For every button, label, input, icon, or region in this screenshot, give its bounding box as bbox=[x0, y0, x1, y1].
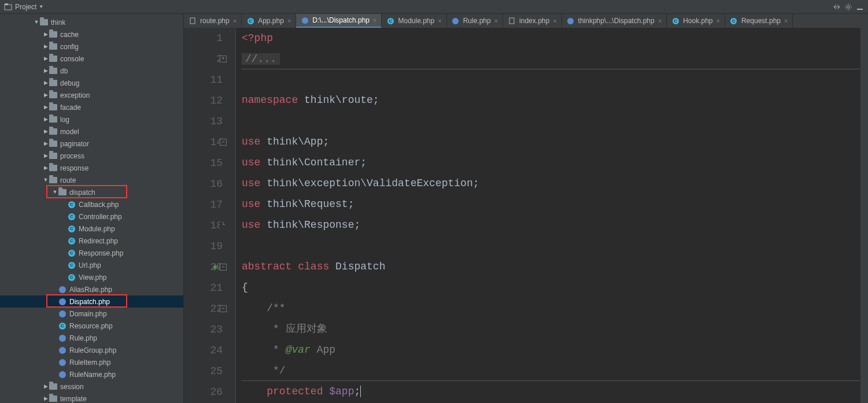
tree-file[interactable]: Url.php bbox=[0, 259, 183, 271]
code-line[interactable]: use think\App; bbox=[242, 131, 860, 152]
line-number[interactable]: 14− bbox=[184, 132, 223, 153]
editor-tab[interactable]: index.php× bbox=[503, 14, 562, 28]
run-gutter-icon[interactable]: ◉↓ bbox=[213, 257, 221, 278]
line-number[interactable]: 21 bbox=[184, 278, 223, 298]
code-line[interactable] bbox=[242, 69, 860, 90]
collapse-arrow-icon[interactable]: ▶ bbox=[43, 80, 49, 86]
tree-file[interactable]: RuleGroup.php bbox=[0, 344, 183, 356]
code-line[interactable]: use think\Container; bbox=[242, 152, 860, 173]
line-number[interactable]: 26 bbox=[184, 382, 223, 402]
line-number[interactable]: 23 bbox=[184, 319, 223, 340]
line-number[interactable]: 17 bbox=[184, 194, 223, 215]
tree-folder[interactable]: ▼dispatch bbox=[0, 186, 183, 198]
line-number[interactable]: 19 bbox=[184, 236, 223, 257]
collapse-arrow-icon[interactable]: ▶ bbox=[43, 44, 49, 49]
editor-tab[interactable]: Hook.php× bbox=[667, 14, 725, 28]
line-number[interactable]: 16 bbox=[184, 173, 223, 194]
close-icon[interactable]: × bbox=[438, 17, 441, 24]
line-number[interactable]: 13 bbox=[184, 111, 223, 132]
code-editor[interactable]: <?php//...namespace think\route;use thin… bbox=[236, 28, 860, 403]
tree-file[interactable]: Module.php bbox=[0, 223, 183, 235]
tree-folder[interactable]: ▶config bbox=[0, 40, 183, 53]
tree-file[interactable]: Rule.php bbox=[0, 332, 183, 344]
tree-folder[interactable]: ▶model bbox=[0, 125, 183, 138]
collapse-arrow-icon[interactable]: ▶ bbox=[43, 153, 49, 158]
line-number[interactable]: 24 bbox=[184, 340, 223, 361]
tree-folder[interactable]: ▼think bbox=[0, 16, 183, 28]
close-icon[interactable]: × bbox=[287, 17, 291, 24]
code-line[interactable]: * 应用对象 bbox=[242, 319, 860, 339]
close-icon[interactable]: × bbox=[784, 17, 788, 24]
collapse-arrow-icon[interactable]: ▶ bbox=[43, 32, 49, 37]
tree-file[interactable]: RuleName.php bbox=[0, 368, 183, 380]
tree-file[interactable]: Dispatch.php bbox=[0, 295, 183, 308]
project-label[interactable]: Project ▼ bbox=[15, 3, 43, 11]
code-line[interactable]: use think\Response; bbox=[242, 215, 860, 235]
code-line[interactable]: /** bbox=[242, 298, 860, 319]
tree-folder[interactable]: ▶debug bbox=[0, 77, 183, 89]
collapse-arrow-icon[interactable]: ▶ bbox=[43, 105, 49, 110]
expand-arrow-icon[interactable]: ▼ bbox=[34, 20, 39, 25]
tree-folder[interactable]: ▶process bbox=[0, 150, 183, 162]
editor-tab[interactable]: Module.php× bbox=[382, 14, 446, 28]
line-number[interactable]: 18└ bbox=[184, 215, 223, 236]
close-icon[interactable]: × bbox=[553, 17, 556, 24]
fold-collapse-icon[interactable]: − bbox=[220, 139, 227, 146]
code-line[interactable]: protected $app; bbox=[242, 380, 860, 401]
line-number[interactable]: 22− bbox=[184, 298, 223, 319]
tree-file[interactable]: Resource.php bbox=[0, 320, 183, 332]
line-number[interactable]: 2+ bbox=[184, 49, 223, 69]
expand-arrow-icon[interactable]: ▼ bbox=[43, 178, 49, 183]
line-number[interactable]: 11 bbox=[184, 69, 223, 90]
marker-stripe[interactable] bbox=[860, 28, 868, 403]
fold-expand-icon[interactable]: + bbox=[220, 56, 227, 62]
editor-tab[interactable]: D:\...\Dispatch.php× bbox=[296, 14, 382, 28]
close-icon[interactable]: × bbox=[716, 17, 720, 24]
tree-folder[interactable]: ▶db bbox=[0, 65, 183, 77]
tree-file[interactable]: Response.php bbox=[0, 247, 183, 259]
fold-end-icon[interactable]: └ bbox=[220, 222, 227, 229]
collapse-arrow-icon[interactable]: ▶ bbox=[43, 93, 49, 98]
line-number[interactable]: 20−◉↓ bbox=[184, 257, 223, 278]
tree-folder[interactable]: ▶cache bbox=[0, 28, 183, 40]
gear-icon[interactable] bbox=[844, 2, 853, 12]
editor-tab[interactable]: thinkphp\...\Dispatch.php× bbox=[562, 14, 667, 28]
tree-folder[interactable]: ▶console bbox=[0, 53, 183, 65]
tree-folder[interactable]: ▶log bbox=[0, 113, 183, 125]
line-number[interactable]: 1 bbox=[184, 28, 223, 49]
tree-folder[interactable]: ▶response bbox=[0, 162, 183, 174]
fold-collapse-icon[interactable]: − bbox=[220, 305, 227, 312]
collapse-arrow-icon[interactable]: ▶ bbox=[43, 165, 49, 171]
tree-folder[interactable]: ▶paginator bbox=[0, 138, 183, 150]
code-line[interactable]: <?php bbox=[242, 28, 860, 49]
tree-folder[interactable]: ▼route bbox=[0, 174, 183, 186]
tree-file[interactable]: Controller.php bbox=[0, 210, 183, 223]
line-number[interactable]: 12 bbox=[184, 90, 223, 111]
collapse-arrow-icon[interactable]: ▶ bbox=[43, 129, 49, 134]
tree-folder[interactable]: ▶exception bbox=[0, 89, 183, 101]
tree-folder[interactable]: ▶template bbox=[0, 393, 183, 403]
code-line[interactable]: { bbox=[242, 277, 860, 298]
editor-tab[interactable]: route.php× bbox=[184, 14, 242, 28]
editor-tab[interactable]: App.php× bbox=[242, 14, 296, 28]
collapse-icon[interactable] bbox=[832, 2, 841, 12]
editor-tab[interactable]: Request.php× bbox=[725, 14, 793, 28]
line-number[interactable]: 25 bbox=[184, 361, 223, 382]
tree-folder[interactable]: ▶facade bbox=[0, 101, 183, 113]
expand-arrow-icon[interactable]: ▼ bbox=[52, 190, 58, 195]
tree-file[interactable]: Callback.php bbox=[0, 198, 183, 210]
tree-file[interactable]: RuleItem.php bbox=[0, 356, 183, 368]
collapse-arrow-icon[interactable]: ▶ bbox=[43, 56, 49, 61]
collapse-arrow-icon[interactable]: ▶ bbox=[43, 117, 49, 122]
tree-folder[interactable]: ▶session bbox=[0, 380, 183, 393]
project-tool-icon[interactable] bbox=[3, 2, 13, 12]
minimize-icon[interactable] bbox=[855, 2, 865, 12]
editor-tab[interactable]: Rule.php× bbox=[447, 14, 503, 28]
tree-file[interactable]: AliasRule.php bbox=[0, 283, 183, 295]
close-icon[interactable]: × bbox=[233, 17, 237, 24]
code-line[interactable] bbox=[242, 110, 860, 131]
code-line[interactable]: */ bbox=[242, 360, 860, 381]
project-tree[interactable]: ▼think▶cache▶config▶console▶db▶debug▶exc… bbox=[0, 14, 184, 403]
close-icon[interactable]: × bbox=[373, 17, 376, 24]
collapse-arrow-icon[interactable]: ▶ bbox=[43, 68, 49, 73]
